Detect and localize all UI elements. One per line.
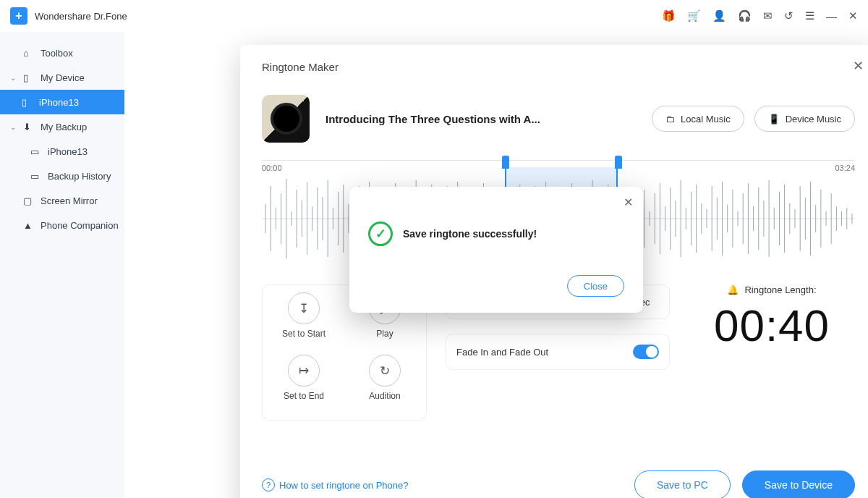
sidebar-item-iphone13[interactable]: ▯iPhone13 — [0, 90, 124, 114]
minimize-icon[interactable]: — — [826, 10, 837, 22]
history-icon[interactable]: ↺ — [784, 9, 793, 22]
song-title: Introducing The Three Questions with A..… — [326, 113, 540, 125]
history-icon: ▭ — [30, 171, 42, 182]
sidebar-item-screen-mirror[interactable]: ▢Screen Mirror — [0, 188, 124, 213]
fade-label: Fade In and Fade Out — [456, 347, 548, 358]
titlebar: + Wondershare Dr.Fone 🎁 🛒 👤 🎧 ✉ ↺ ☰ — ✕ — [0, 0, 868, 32]
sidebar-item-toolbox[interactable]: ⌂Toolbox — [0, 41, 124, 65]
ringtone-length-label: Ringtone Length: — [744, 284, 816, 295]
toast-close-icon[interactable]: ✕ — [624, 195, 633, 209]
device-music-button[interactable]: 📱Device Music — [754, 106, 855, 132]
ringtone-length-value: 00:40 — [714, 300, 830, 351]
close-window-icon[interactable]: ✕ — [848, 9, 858, 22]
chevron-down-icon: ⌄ — [10, 123, 17, 131]
toast-close-button[interactable]: Close — [567, 275, 624, 297]
app-logo-icon: + — [10, 7, 27, 25]
titlebar-actions: 🎁 🛒 👤 🎧 ✉ ↺ ☰ — ✕ — [662, 9, 858, 22]
gift-icon[interactable]: 🎁 — [662, 9, 676, 22]
sidebar-item-my-device[interactable]: ⌄▯My Device — [0, 65, 124, 90]
cart-icon[interactable]: 🛒 — [687, 9, 701, 22]
bell-icon: 🔔 — [727, 284, 739, 295]
home-icon: ⌂ — [23, 48, 35, 59]
app-title: Wondershare Dr.Fone — [35, 11, 127, 22]
local-music-button[interactable]: 🗀Local Music — [652, 106, 744, 132]
sidebar-item-backup-history[interactable]: ▭Backup History — [0, 164, 124, 188]
menu-icon[interactable]: ☰ — [805, 9, 814, 22]
phone-icon: ▯ — [23, 72, 35, 83]
monitor-icon: ▢ — [23, 195, 35, 206]
modal-close-icon[interactable]: ✕ — [853, 58, 864, 74]
folder-icon: 🗀 — [665, 114, 675, 124]
sidebar-item-backup-iphone13[interactable]: ▭iPhone13 — [0, 139, 124, 164]
album-art-icon — [262, 95, 310, 143]
modal-title: Ringtone Maker — [262, 61, 855, 73]
sidebar: ⌂Toolbox ⌄▯My Device ▯iPhone13 ⌄⬇My Back… — [0, 32, 124, 498]
fade-row: Fade In and Fade Out — [446, 334, 670, 370]
account-icon[interactable]: 👤 — [712, 9, 726, 22]
download-icon: ⬇ — [23, 122, 35, 132]
chevron-down-icon: ⌄ — [10, 74, 17, 82]
sidebar-item-my-backup[interactable]: ⌄⬇My Backup — [0, 114, 124, 139]
content-area: Device Details Yes False Off 02443304578… — [124, 32, 868, 498]
mail-icon[interactable]: ✉ — [763, 9, 773, 22]
companion-icon: ▲ — [23, 220, 35, 231]
phone-icon: ▯ — [22, 97, 33, 108]
toast-message: Save ringtone successfully! — [403, 228, 537, 240]
set-to-end-button[interactable]: ↦ — [288, 355, 320, 387]
set-to-start-button[interactable]: ↧ — [288, 292, 320, 324]
save-to-device-button[interactable]: Save to Device — [742, 470, 855, 498]
check-circle-icon: ✓ — [368, 221, 393, 246]
fade-toggle[interactable] — [633, 345, 659, 359]
device-icon: ▭ — [30, 146, 42, 157]
save-to-pc-button[interactable]: Save to PC — [634, 470, 731, 498]
audition-button[interactable]: ↻ — [369, 355, 401, 387]
headset-icon[interactable]: 🎧 — [738, 9, 752, 22]
sidebar-item-phone-companion[interactable]: ▲Phone Companion — [0, 213, 124, 237]
help-link[interactable]: ?How to set ringtone on Phone? — [262, 478, 409, 491]
phone-icon: 📱 — [768, 114, 780, 124]
help-icon: ? — [262, 478, 275, 491]
success-toast: ✕ ✓ Save ringtone successfully! Close — [349, 187, 643, 313]
